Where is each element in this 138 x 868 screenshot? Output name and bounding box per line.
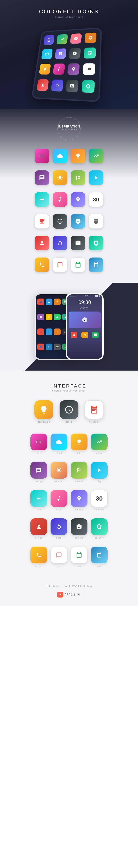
play-button[interactable]: ▶	[82, 317, 87, 322]
inspiration-title: INSPIRATION	[58, 124, 80, 128]
dock-icon	[71, 332, 77, 338]
icon-location	[71, 192, 85, 207]
phone-small-icon: ♪	[54, 329, 61, 335]
hero-icon	[39, 64, 51, 74]
phone-small-icon: ☁	[46, 299, 52, 305]
icon-wrap: cloud	[51, 434, 67, 454]
icon-row-4	[35, 214, 103, 228]
icon-clock	[53, 214, 67, 228]
icon-wrap: chat	[51, 547, 67, 567]
white-row-3: add music location 30 calendar	[30, 490, 108, 511]
icon-wrap: weather	[51, 462, 67, 483]
white-row-5: phone chat box books	[30, 547, 108, 567]
icon-calendar: 30	[89, 192, 103, 207]
inspiration-dot	[68, 132, 70, 133]
interface-header: INTERFACE different color different sens…	[51, 381, 87, 392]
icon-cloud	[51, 434, 67, 450]
inspiration-sub: comes from life	[61, 128, 77, 131]
icon-wrap: camera	[71, 518, 87, 539]
icon-camera	[71, 236, 85, 250]
hero-icon	[53, 63, 65, 75]
interface-sub: different color different sense	[52, 390, 86, 392]
white-icon-rows: link cloud light chart	[30, 432, 108, 569]
featured-icon-img	[60, 400, 78, 419]
icon-lightbulb	[71, 149, 85, 163]
featured-label: clock	[66, 421, 72, 423]
phone-section: 📹 ☁ 💡 📈 💬 ☀ ⛰ ▶ 📍 + ♪ 30 👤 ↩ 📷 🛡 Meizu ●…	[0, 283, 138, 371]
footer-logo: 5 520设计网	[57, 592, 81, 597]
icon-message	[30, 462, 47, 478]
hero-icon	[56, 34, 68, 44]
icon-refresh	[51, 518, 67, 535]
hero-subtitle: a product from team	[55, 16, 83, 18]
featured-icon-application: application	[34, 400, 53, 423]
hero-phone: 30	[31, 27, 102, 102]
icon-wrap: mountain	[71, 462, 87, 483]
icon-news	[35, 214, 49, 228]
phone-media: ▶	[69, 312, 101, 328]
icon-box	[71, 547, 87, 563]
icon-chat	[51, 547, 67, 563]
phone-user: Saturday New Dimension	[67, 306, 102, 310]
hero-icon	[81, 80, 94, 93]
dock-icon	[92, 332, 99, 338]
white-row-1: link cloud light chart	[30, 434, 108, 454]
icon-wrap: link	[30, 434, 47, 454]
hero-icon	[67, 63, 80, 75]
icon-mountain	[71, 170, 85, 185]
icon-play	[91, 462, 108, 478]
footer-logo-icon: 5	[57, 592, 63, 597]
svg-point-2	[78, 526, 80, 527]
icon-wrap: security	[91, 518, 108, 539]
icon-row-1	[35, 149, 103, 163]
featured-label: notebook	[89, 421, 99, 423]
hero-icon	[51, 80, 63, 92]
icon-phone	[35, 257, 49, 272]
icon-music	[53, 192, 67, 207]
icon-shield	[89, 236, 103, 250]
icon-play	[89, 170, 103, 185]
icon-link	[35, 149, 49, 163]
icon-chart	[89, 149, 103, 163]
status-right: ▌▌▌ 🔋	[95, 295, 101, 297]
icon-music	[51, 490, 67, 507]
icon-wrap: back	[51, 518, 67, 539]
hero-section: COLORFUL ICONS a product from team 30	[0, 0, 138, 109]
icon-message	[35, 170, 49, 185]
hero-icon	[41, 49, 53, 59]
icon-calendar: 30	[91, 490, 108, 507]
inspiration-circle: INSPIRATION comes from life	[57, 117, 81, 140]
phone-small-icon: 📍	[37, 329, 44, 335]
interface-title: INTERFACE	[51, 383, 87, 389]
hero-icon	[83, 47, 96, 59]
icon-book	[91, 547, 108, 563]
icon-light	[71, 434, 87, 450]
icon-phone	[30, 547, 47, 563]
icon-camera	[71, 518, 87, 535]
hero-icon	[66, 80, 79, 92]
phone-screen-dark: 📹 ☁ 💡 📈 💬 ☀ ⛰ ▶ 📍 + ♪ 30 👤 ↩ 📷 🛡	[36, 294, 71, 359]
icon-user	[35, 236, 49, 250]
icon-row-6	[35, 257, 103, 272]
phone-mockup-front: Meizu ●●●●● 4:27 PM ▌▌▌ 🔋 09:30 Saturday…	[66, 293, 104, 360]
status-time: 4:27 PM	[84, 295, 89, 297]
featured-label: application	[38, 421, 50, 423]
phone-time: 09:30	[67, 298, 102, 306]
hero-icon	[69, 48, 81, 59]
phone-small-icon: 📷	[54, 344, 61, 350]
svg-point-0	[72, 85, 73, 87]
featured-icons: application clock notebook	[34, 400, 104, 423]
icon-shield	[91, 518, 108, 535]
icon-sun	[53, 170, 67, 185]
featured-icon-img	[85, 400, 104, 419]
icon-wrap: phone	[30, 547, 47, 567]
featured-icon-img	[34, 400, 53, 419]
icon-wrap: music	[51, 490, 67, 511]
phone-small-icon: ☀	[46, 314, 52, 320]
icon-sun	[51, 462, 67, 478]
white-row-2: message weather mountain play	[30, 462, 108, 483]
icon-chart	[91, 434, 108, 450]
icon-mouse	[89, 214, 103, 228]
hero-phone-wrap: 30	[31, 27, 106, 107]
thanks-section: THANKS FOR WATCHING 5 520设计网	[0, 578, 138, 606]
